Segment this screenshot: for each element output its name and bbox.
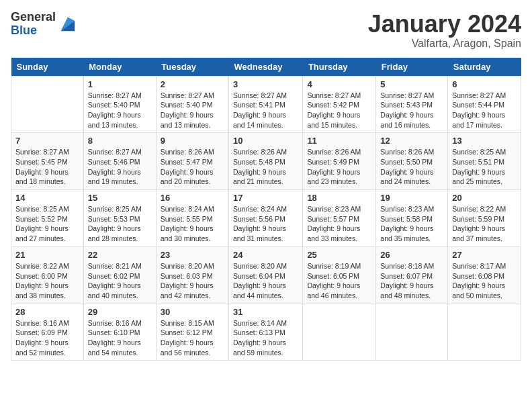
logo-blue: Blue [11, 24, 56, 38]
calendar-cell: 27Sunrise: 8:17 AMSunset: 6:08 PMDayligh… [448, 246, 521, 304]
week-row-4: 21Sunrise: 8:22 AMSunset: 6:00 PMDayligh… [11, 246, 521, 304]
day-number: 2 [161, 79, 224, 89]
day-info: Sunrise: 8:20 AMSunset: 6:03 PMDaylight:… [161, 261, 224, 301]
calendar-table: SundayMondayTuesdayWednesdayThursdayFrid… [11, 58, 521, 361]
day-number: 12 [380, 136, 443, 146]
day-number: 4 [307, 79, 371, 89]
week-row-2: 7Sunrise: 8:27 AMSunset: 5:45 PMDaylight… [11, 133, 521, 190]
day-number: 22 [88, 250, 152, 260]
header-day-monday: Monday [83, 58, 156, 77]
calendar-cell: 2Sunrise: 8:27 AMSunset: 5:40 PMDaylight… [156, 76, 228, 133]
calendar-cell [11, 76, 84, 133]
day-info: Sunrise: 8:27 AMSunset: 5:43 PMDaylight:… [380, 91, 443, 130]
day-number: 13 [452, 136, 517, 146]
day-info: Sunrise: 8:27 AMSunset: 5:40 PMDaylight:… [88, 91, 152, 130]
day-info: Sunrise: 8:27 AMSunset: 5:44 PMDaylight:… [452, 91, 517, 130]
calendar-cell: 24Sunrise: 8:20 AMSunset: 6:04 PMDayligh… [229, 246, 303, 304]
month-title: January 2024 [368, 11, 521, 38]
header-day-tuesday: Tuesday [156, 58, 228, 77]
day-info: Sunrise: 8:27 AMSunset: 5:45 PMDaylight:… [15, 147, 79, 187]
header-day-saturday: Saturday [448, 58, 521, 77]
day-number: 7 [15, 136, 79, 146]
day-number: 15 [88, 193, 152, 203]
day-info: Sunrise: 8:24 AMSunset: 5:56 PMDaylight:… [233, 204, 298, 244]
calendar-cell: 21Sunrise: 8:22 AMSunset: 6:00 PMDayligh… [11, 246, 84, 304]
day-info: Sunrise: 8:27 AMSunset: 5:41 PMDaylight:… [233, 91, 298, 130]
calendar-cell: 17Sunrise: 8:24 AMSunset: 5:56 PMDayligh… [229, 190, 303, 247]
day-number: 30 [161, 307, 224, 317]
day-info: Sunrise: 8:26 AMSunset: 5:49 PMDaylight:… [307, 147, 371, 187]
calendar-cell: 14Sunrise: 8:25 AMSunset: 5:52 PMDayligh… [11, 190, 84, 247]
day-info: Sunrise: 8:21 AMSunset: 6:02 PMDaylight:… [88, 261, 152, 301]
day-info: Sunrise: 8:23 AMSunset: 5:57 PMDaylight:… [307, 204, 371, 244]
day-info: Sunrise: 8:25 AMSunset: 5:51 PMDaylight:… [452, 147, 517, 187]
calendar-cell: 8Sunrise: 8:27 AMSunset: 5:46 PMDaylight… [83, 133, 156, 190]
day-info: Sunrise: 8:19 AMSunset: 6:05 PMDaylight:… [307, 261, 371, 301]
day-number: 28 [15, 307, 79, 317]
calendar-cell: 15Sunrise: 8:25 AMSunset: 5:53 PMDayligh… [83, 190, 156, 247]
logo-general: General [11, 11, 56, 24]
day-number: 26 [380, 250, 443, 260]
calendar-cell: 22Sunrise: 8:21 AMSunset: 6:02 PMDayligh… [83, 246, 156, 304]
day-info: Sunrise: 8:26 AMSunset: 5:48 PMDaylight:… [233, 147, 298, 187]
week-row-1: 1Sunrise: 8:27 AMSunset: 5:40 PMDaylight… [11, 76, 521, 133]
calendar-cell: 30Sunrise: 8:15 AMSunset: 6:12 PMDayligh… [156, 304, 228, 361]
calendar-cell: 5Sunrise: 8:27 AMSunset: 5:43 PMDaylight… [376, 76, 448, 133]
calendar-cell: 19Sunrise: 8:23 AMSunset: 5:58 PMDayligh… [376, 190, 448, 247]
calendar-cell: 10Sunrise: 8:26 AMSunset: 5:48 PMDayligh… [229, 133, 303, 190]
day-info: Sunrise: 8:26 AMSunset: 5:47 PMDaylight:… [161, 147, 224, 187]
header-day-wednesday: Wednesday [229, 58, 303, 77]
header-row: SundayMondayTuesdayWednesdayThursdayFrid… [11, 58, 521, 77]
calendar-cell: 23Sunrise: 8:20 AMSunset: 6:03 PMDayligh… [156, 246, 228, 304]
day-info: Sunrise: 8:17 AMSunset: 6:08 PMDaylight:… [452, 261, 517, 301]
day-info: Sunrise: 8:24 AMSunset: 5:55 PMDaylight:… [161, 204, 224, 244]
day-info: Sunrise: 8:27 AMSunset: 5:42 PMDaylight:… [307, 91, 371, 130]
day-number: 16 [161, 193, 224, 203]
calendar-cell: 9Sunrise: 8:26 AMSunset: 5:47 PMDaylight… [156, 133, 228, 190]
day-info: Sunrise: 8:22 AMSunset: 6:00 PMDaylight:… [15, 261, 79, 301]
calendar-cell: 6Sunrise: 8:27 AMSunset: 5:44 PMDaylight… [448, 76, 521, 133]
day-info: Sunrise: 8:16 AMSunset: 6:10 PMDaylight:… [88, 318, 152, 358]
day-number: 17 [233, 193, 298, 203]
page-header: General Blue January 2024 Valfarta, Arag… [11, 11, 521, 50]
calendar-cell: 11Sunrise: 8:26 AMSunset: 5:49 PMDayligh… [303, 133, 376, 190]
calendar-cell: 26Sunrise: 8:18 AMSunset: 6:07 PMDayligh… [376, 246, 448, 304]
day-number: 20 [452, 193, 517, 203]
calendar-cell [448, 304, 521, 361]
week-row-3: 14Sunrise: 8:25 AMSunset: 5:52 PMDayligh… [11, 190, 521, 247]
logo: General Blue [11, 11, 77, 38]
header-day-sunday: Sunday [11, 58, 84, 77]
header-day-thursday: Thursday [303, 58, 376, 77]
day-number: 5 [380, 79, 443, 89]
calendar-cell: 3Sunrise: 8:27 AMSunset: 5:41 PMDaylight… [229, 76, 303, 133]
calendar-cell: 7Sunrise: 8:27 AMSunset: 5:45 PMDaylight… [11, 133, 84, 190]
calendar-cell: 16Sunrise: 8:24 AMSunset: 5:55 PMDayligh… [156, 190, 228, 247]
calendar-cell: 12Sunrise: 8:26 AMSunset: 5:50 PMDayligh… [376, 133, 448, 190]
day-info: Sunrise: 8:23 AMSunset: 5:58 PMDaylight:… [380, 204, 443, 244]
calendar-cell [303, 304, 376, 361]
day-number: 31 [233, 307, 298, 317]
calendar-cell: 4Sunrise: 8:27 AMSunset: 5:42 PMDaylight… [303, 76, 376, 133]
day-info: Sunrise: 8:27 AMSunset: 5:40 PMDaylight:… [161, 91, 224, 130]
day-info: Sunrise: 8:14 AMSunset: 6:13 PMDaylight:… [233, 318, 298, 358]
day-number: 9 [161, 136, 224, 146]
day-number: 8 [88, 136, 152, 146]
calendar-cell: 25Sunrise: 8:19 AMSunset: 6:05 PMDayligh… [303, 246, 376, 304]
day-number: 24 [233, 250, 298, 260]
title-block: January 2024 Valfarta, Aragon, Spain [368, 11, 521, 50]
day-number: 27 [452, 250, 517, 260]
day-number: 21 [15, 250, 79, 260]
day-info: Sunrise: 8:22 AMSunset: 5:59 PMDaylight:… [452, 204, 517, 244]
day-number: 25 [307, 250, 371, 260]
calendar-cell: 18Sunrise: 8:23 AMSunset: 5:57 PMDayligh… [303, 190, 376, 247]
day-info: Sunrise: 8:20 AMSunset: 6:04 PMDaylight:… [233, 261, 298, 301]
day-number: 14 [15, 193, 79, 203]
week-row-5: 28Sunrise: 8:16 AMSunset: 6:09 PMDayligh… [11, 304, 521, 361]
location: Valfarta, Aragon, Spain [368, 38, 521, 50]
day-number: 6 [452, 79, 517, 89]
day-info: Sunrise: 8:15 AMSunset: 6:12 PMDaylight:… [161, 318, 224, 358]
calendar-cell: 1Sunrise: 8:27 AMSunset: 5:40 PMDaylight… [83, 76, 156, 133]
day-number: 1 [88, 79, 152, 89]
day-info: Sunrise: 8:16 AMSunset: 6:09 PMDaylight:… [15, 318, 79, 358]
logo-text: General Blue [11, 11, 56, 38]
